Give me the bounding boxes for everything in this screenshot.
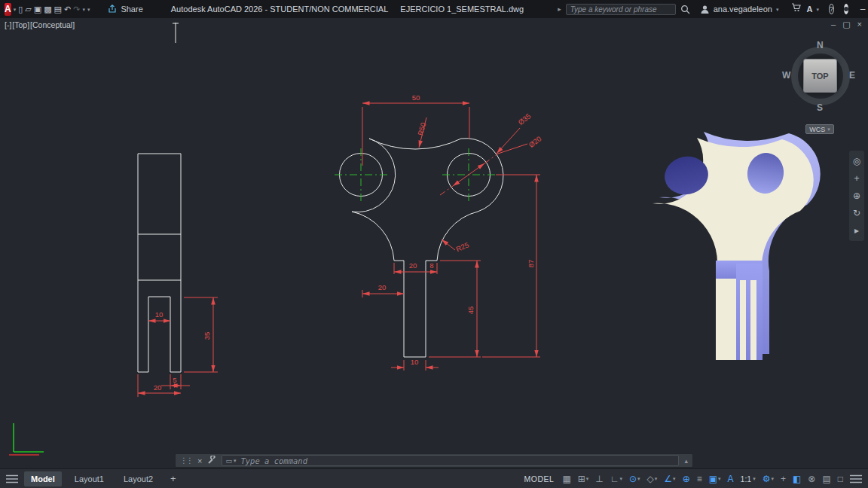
isodraft-caret-icon[interactable]: ▾ (655, 476, 658, 481)
new-layout-button[interactable]: + (166, 473, 181, 484)
gear-icon: ⚙ (763, 474, 771, 483)
app-store-button[interactable] (791, 3, 801, 16)
assistant-button[interactable] (844, 4, 848, 14)
left-view-dimensions[interactable]: 10 35 5 20 (138, 297, 218, 397)
viewport-view-control[interactable]: [Top] (12, 20, 29, 29)
pan-icon[interactable]: + (854, 173, 859, 184)
ortho-caret-icon[interactable]: ▾ (620, 476, 623, 481)
save-button[interactable]: ▣ (34, 3, 41, 16)
annotation-scale-caret-icon: ▾ (753, 476, 756, 481)
search-expand-icon[interactable]: ▸ (558, 5, 561, 13)
workspace-caret-icon[interactable]: ▾ (771, 476, 774, 481)
save-as-button[interactable]: ▩ (44, 3, 51, 16)
window-minimize-button[interactable]: – (851, 0, 868, 18)
recent-commands-button[interactable]: ▭ ▾ (225, 457, 236, 465)
object-snap-toggle[interactable]: ⊙▾ (629, 474, 640, 483)
command-line-bar[interactable]: ⋮⋮ × ▭ ▾ ▴ (175, 453, 693, 468)
object-snap-caret-icon[interactable]: ▾ (637, 476, 640, 481)
new-file-button[interactable]: ▯ (18, 3, 23, 16)
viewcube-top-face[interactable]: TOP (811, 72, 828, 81)
command-line-close-button[interactable]: × (197, 456, 202, 465)
plan-view-geometry[interactable] (340, 139, 503, 357)
viewport-visual-style-control[interactable]: [Conceptual] (30, 20, 75, 29)
doc-minimize-button[interactable]: – (831, 20, 836, 29)
graphics-performance-toggle[interactable]: ⊗ (808, 474, 815, 483)
plan-view-dimensions[interactable]: 50 R50 Ø35 Ø20 R25 20 8 20 45 (362, 93, 542, 371)
left-view-geometry[interactable] (138, 154, 181, 372)
workspace-switching-button[interactable]: ⚙▾ (763, 474, 774, 483)
open-file-button[interactable]: ▱ (25, 3, 31, 16)
isodraft-toggle[interactable]: ◇▾ (647, 474, 658, 483)
autodesk-access-menu[interactable]: A ▾ (806, 5, 818, 14)
viewcube[interactable]: TOP (803, 59, 837, 93)
app-logo[interactable]: A (5, 3, 11, 16)
share-button[interactable]: Share (108, 5, 142, 14)
snap-tracking-toggle[interactable]: ⊕ (683, 474, 690, 483)
doc-close-button[interactable]: × (857, 20, 862, 29)
redo-button[interactable]: ↷ (73, 3, 80, 16)
command-history-scroll-icon[interactable]: ▴ (684, 457, 688, 465)
command-line-grip[interactable]: ⋮⋮ (180, 456, 192, 465)
ortho-toggle[interactable]: ∟▾ (610, 474, 622, 483)
polar-caret-icon[interactable]: ▾ (673, 476, 676, 481)
app-menu-caret-icon[interactable]: ▾ (14, 7, 17, 12)
wcs-dropdown[interactable]: WCS ▾ (805, 124, 834, 134)
command-input-field[interactable]: ▭ ▾ (222, 455, 679, 466)
plot-button[interactable]: ▤ (54, 3, 62, 16)
customize-command-line-button[interactable] (207, 454, 216, 468)
viewcube-south-label[interactable]: S (817, 102, 823, 113)
clean-screen-toggle[interactable]: □ (838, 474, 843, 483)
customize-statusbar-icon[interactable] (850, 474, 862, 483)
cart-icon (791, 3, 801, 12)
snap-toggle[interactable]: ⊞▾ (578, 474, 589, 483)
orbit-icon[interactable]: ↻ (853, 208, 860, 218)
isodraft-icon: ◇ (647, 474, 654, 483)
infer-constraints-icon: ⊥ (595, 474, 603, 483)
model-space: 10 35 5 20 (0, 18, 868, 468)
undo-button[interactable]: ↶ (64, 3, 71, 16)
annotation-monitor-toggle[interactable]: + (781, 474, 786, 483)
drawing-canvas[interactable]: 10 35 5 20 (0, 18, 868, 468)
polar-tracking-toggle[interactable]: ∠▾ (664, 474, 675, 483)
isolate-objects-button[interactable]: ◧ (793, 474, 801, 483)
tab-layout1[interactable]: Layout1 (68, 471, 111, 486)
share-label: Share (121, 5, 142, 14)
grid-toggle[interactable]: ▦ (562, 474, 570, 483)
viewcube-west-label[interactable]: W (782, 70, 790, 81)
search-icon[interactable] (680, 5, 690, 14)
construction-line[interactable] (173, 23, 179, 43)
command-input[interactable] (239, 456, 675, 466)
steering-wheel-icon[interactable]: ◎ (853, 156, 860, 166)
tab-model[interactable]: Model (24, 471, 62, 486)
account-menu[interactable]: ana.vegadeleon ▾ (700, 5, 779, 14)
lineweight-toggle[interactable]: ≡ (697, 474, 702, 483)
document-title: EJERCICIO 1_SEMESTRAL.dwg (400, 5, 524, 14)
qat-customize-caret-icon[interactable]: ▾ (87, 7, 90, 12)
redo-caret-icon[interactable]: ▾ (82, 7, 85, 12)
viewport-menu-control[interactable]: [-] (5, 20, 11, 29)
3d-model[interactable] (653, 132, 821, 360)
viewcube-east-label[interactable]: E (849, 70, 855, 81)
infer-constraints-toggle[interactable]: ⊥ (595, 474, 603, 483)
selection-cycling-toggle[interactable]: ▣▾ (709, 474, 721, 483)
ortho-icon: ∟ (610, 474, 619, 483)
dim-leg-width: 5 (173, 376, 176, 384)
menu-icon[interactable] (6, 474, 18, 483)
quick-properties-toggle[interactable]: ▤ (822, 474, 830, 483)
space-toggle[interactable]: MODEL (524, 474, 555, 483)
snap-caret-icon[interactable]: ▾ (586, 476, 589, 481)
search-input[interactable] (566, 4, 676, 15)
autocad-window: A ▾ ▯ ▱ ▣ ▩ ▤ ↶ ↷ ▾ ▾ Share Autodesk Aut… (0, 0, 868, 488)
help-button[interactable]: ? (829, 4, 834, 14)
annotation-visibility-toggle[interactable]: A (728, 474, 734, 483)
showmotion-icon[interactable]: ▸ (854, 225, 859, 236)
viewcube-north-label[interactable]: N (817, 40, 824, 50)
snap-icon: ⊞ (578, 474, 585, 483)
tab-layout2[interactable]: Layout2 (117, 471, 160, 486)
dim-saddle-radius: R50 (416, 121, 427, 136)
zoom-icon[interactable]: ⊕ (853, 191, 860, 201)
doc-restore-button[interactable]: ▢ (842, 20, 850, 29)
assistant-icon (844, 7, 848, 11)
selection-cycling-caret-icon[interactable]: ▾ (718, 476, 721, 481)
annotation-scale-dropdown[interactable]: 1:1 ▾ (741, 474, 756, 483)
